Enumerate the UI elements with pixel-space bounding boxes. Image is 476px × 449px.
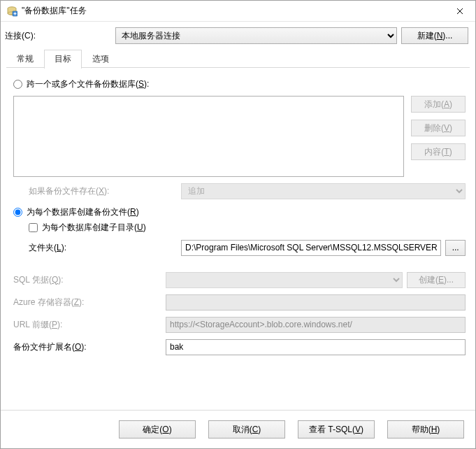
help-button-label: 帮助(H) — [412, 425, 440, 434]
azure-input — [166, 294, 466, 311]
ext-input[interactable] — [166, 339, 466, 355]
help-button[interactable]: 帮助(H) — [387, 420, 464, 439]
new-connection-button-label: 新建(N)... — [417, 31, 453, 41]
remove-file-button: 删除(V) — [411, 120, 466, 136]
new-connection-button[interactable]: 新建(N)... — [401, 27, 468, 44]
target-panel: 跨一个或多个文件备份数据库(S): 添加(A) 删除(V) 内容(T) — [1, 68, 475, 410]
view-tsql-button[interactable]: 查看 T-SQL(V) — [298, 420, 375, 439]
sql-cred-create-button-label: 创建(E)... — [419, 275, 454, 285]
contents-button: 内容(T) — [411, 143, 466, 160]
connection-label: 连接(C): — [5, 30, 111, 42]
connection-row: 连接(C): 本地服务器连接 新建(N)... — [1, 22, 475, 50]
add-file-button: 添加(A) — [411, 96, 466, 113]
titlebar: "备份数据库"任务 — [1, 1, 475, 22]
dialog-footer: 确定(O) 取消(C) 查看 T-SQL(V) 帮助(H) — [1, 410, 475, 448]
ok-button[interactable]: 确定(O) — [119, 420, 196, 439]
sql-cred-create-button: 创建(E)... — [407, 272, 466, 288]
subdir-checkbox-label: 为每个数据库创建子目录(U) — [42, 222, 146, 234]
dialog-window: "备份数据库"任务 连接(C): 本地服务器连接 新建(N)... 常规 目标 … — [0, 0, 476, 449]
subdir-checkbox[interactable] — [29, 223, 38, 232]
folder-browse-button[interactable]: ... — [445, 240, 466, 256]
url-prefix-row: URL 前缀(P): — [13, 316, 466, 333]
per-db-radio-label: 为每个数据库创建备份文件(R) — [27, 206, 139, 218]
close-button[interactable] — [445, 1, 475, 21]
url-prefix-label: URL 前缀(P): — [13, 319, 166, 331]
remove-file-button-label: 删除(V) — [424, 123, 452, 133]
multi-files-radio-row: 跨一个或多个文件备份数据库(S): — [13, 78, 466, 90]
folder-input[interactable] — [181, 240, 441, 256]
window-title: "备份数据库"任务 — [22, 5, 445, 17]
sql-cred-select — [166, 272, 403, 288]
subdir-checkbox-row: 为每个数据库创建子目录(U) — [29, 222, 466, 234]
close-icon — [456, 8, 463, 15]
multi-files-radio[interactable] — [13, 80, 22, 89]
sql-cred-label: SQL 凭据(Q): — [13, 274, 166, 286]
multi-files-group: 添加(A) 删除(V) 内容(T) — [13, 96, 466, 177]
tab-target[interactable]: 目标 — [44, 50, 82, 69]
if-exists-row: 如果备份文件存在(X): 追加 — [13, 183, 466, 199]
tabs: 常规 目标 选项 — [1, 50, 475, 68]
multi-files-radio-label: 跨一个或多个文件备份数据库(S): — [27, 78, 149, 90]
ext-label: 备份文件扩展名(O): — [13, 341, 166, 353]
ext-row: 备份文件扩展名(O): — [13, 338, 466, 355]
tab-options[interactable]: 选项 — [82, 50, 120, 68]
azure-row: Azure 存储容器(Z): — [13, 294, 466, 311]
tab-general[interactable]: 常规 — [6, 50, 44, 68]
per-db-radio-row: 为每个数据库创建备份文件(R) — [13, 206, 466, 218]
add-file-button-label: 添加(A) — [424, 99, 452, 109]
azure-label: Azure 存储容器(Z): — [13, 297, 166, 308]
per-db-radio[interactable] — [13, 208, 22, 217]
contents-button-label: 内容(T) — [424, 147, 452, 157]
folder-row: 文件夹(L): ... — [13, 239, 466, 256]
url-prefix-input — [166, 317, 466, 333]
sql-cred-row: SQL 凭据(Q): 创建(E)... — [13, 271, 466, 288]
if-exists-label: 如果备份文件存在(X): — [29, 185, 181, 197]
files-listbox[interactable] — [13, 96, 404, 177]
files-side-buttons: 添加(A) 删除(V) 内容(T) — [411, 96, 466, 160]
cancel-button-label: 取消(C) — [233, 425, 261, 434]
cancel-button[interactable]: 取消(C) — [208, 420, 285, 439]
ok-button-label: 确定(O) — [143, 425, 171, 434]
app-icon — [6, 6, 17, 17]
connection-select[interactable]: 本地服务器连接 — [115, 27, 397, 44]
folder-label: 文件夹(L): — [29, 242, 181, 254]
view-tsql-button-label: 查看 T-SQL(V) — [309, 425, 363, 434]
if-exists-select: 追加 — [181, 183, 466, 199]
dialog-content: 连接(C): 本地服务器连接 新建(N)... 常规 目标 选项 跨一个或多个文… — [1, 22, 475, 448]
